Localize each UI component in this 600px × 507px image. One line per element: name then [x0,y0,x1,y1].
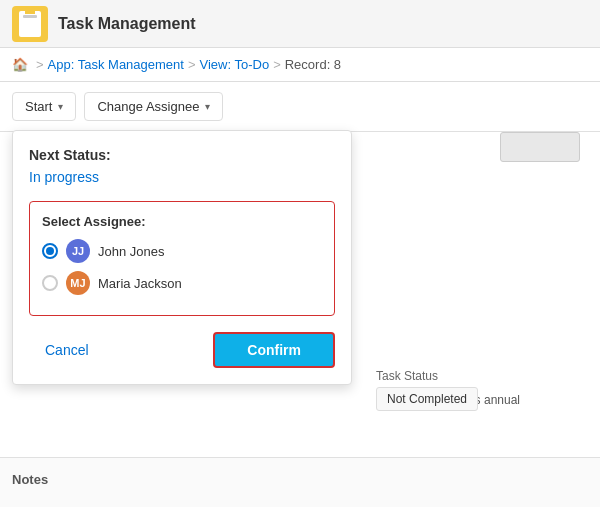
notes-label: Notes [12,472,48,487]
radio-john[interactable] [42,243,58,259]
select-assignee-box: Select Assignee: JJ John Jones MJ Maria … [29,201,335,316]
avatar-maria: MJ [66,271,90,295]
breadcrumb-record: Record: 8 [285,57,341,72]
action-buttons: Cancel Confirm [29,332,335,368]
radio-maria[interactable] [42,275,58,291]
breadcrumb-sep-3: > [273,57,281,72]
start-chevron-icon: ▾ [58,101,63,112]
assignee-option-maria[interactable]: MJ Maria Jackson [42,271,322,295]
assignee-option-john[interactable]: JJ John Jones [42,239,322,263]
change-assignee-button[interactable]: Change Assignee ▾ [84,92,223,121]
app-icon-clip [25,7,35,14]
next-status-value: In progress [29,169,335,185]
next-status-label: Next Status: [29,147,335,163]
confirm-button[interactable]: Confirm [213,332,335,368]
assignee-name-maria: Maria Jackson [98,276,182,291]
change-assignee-label: Change Assignee [97,99,199,114]
app-icon [12,6,48,42]
gray-input-field[interactable] [500,132,580,162]
task-status-section: Task Status Not Completed [360,353,600,427]
task-status-label: Task Status [376,369,478,383]
start-label: Start [25,99,52,114]
start-button[interactable]: Start ▾ [12,92,76,121]
task-status-info: Task Status Not Completed [376,369,478,411]
app-header: Task Management [0,0,600,48]
app-title: Task Management [58,15,196,33]
breadcrumb: 🏠 > App: Task Management > View: To-Do >… [0,48,600,82]
breadcrumb-sep-2: > [188,57,196,72]
avatar-john: JJ [66,239,90,263]
cancel-button[interactable]: Cancel [29,336,105,364]
app-icon-inner [19,11,41,37]
breadcrumb-view[interactable]: View: To-Do [200,57,270,72]
home-icon[interactable]: 🏠 [12,57,28,72]
breadcrumb-sep-1: > [36,57,44,72]
notes-area: Notes [0,457,600,507]
main-content: Start ▾ Change Assignee ▾ Next Status: I… [0,82,600,507]
dropdown-panel: Next Status: In progress Select Assignee… [12,130,352,385]
assignee-name-john: John Jones [98,244,165,259]
breadcrumb-app[interactable]: App: Task Management [48,57,184,72]
change-assignee-chevron-icon: ▾ [205,101,210,112]
select-assignee-label: Select Assignee: [42,214,322,229]
task-status-badge: Not Completed [376,387,478,411]
toolbar: Start ▾ Change Assignee ▾ [0,82,600,132]
